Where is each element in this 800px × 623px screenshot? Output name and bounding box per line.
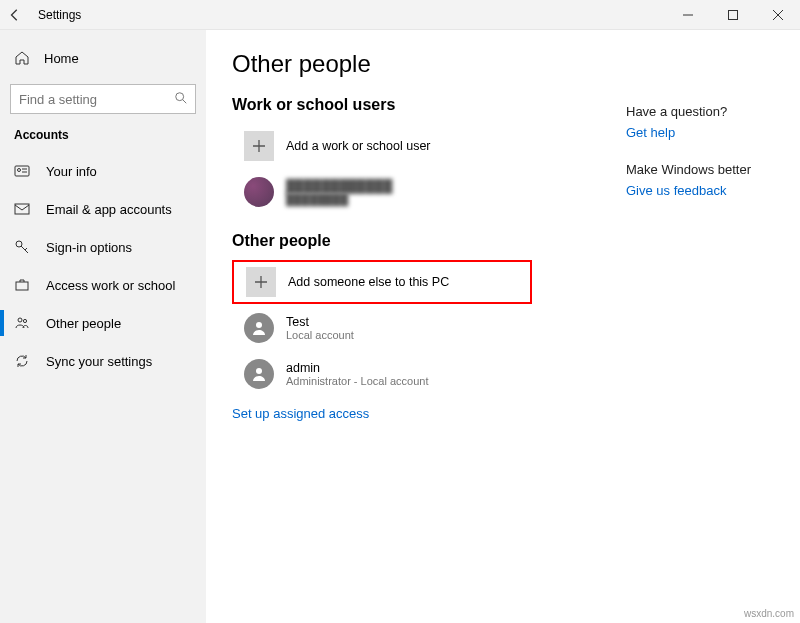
work-user-row-blurred[interactable]: ████████████ ████████: [232, 170, 532, 214]
user-sub: Local account: [286, 329, 354, 341]
sidebar-item-sync[interactable]: Sync your settings: [0, 342, 206, 380]
close-icon: [773, 10, 783, 20]
main-content: Other people Work or school users Add a …: [206, 30, 800, 623]
assigned-access-link[interactable]: Set up assigned access: [232, 406, 369, 421]
sidebar-item-other-people[interactable]: Other people: [0, 304, 206, 342]
minimize-icon: [683, 10, 693, 20]
add-work-label: Add a work or school user: [286, 139, 431, 153]
app-title: Settings: [38, 8, 81, 22]
maximize-button[interactable]: [710, 0, 755, 30]
plus-icon: [244, 131, 274, 161]
get-help-link[interactable]: Get help: [626, 125, 776, 140]
add-work-user-button[interactable]: Add a work or school user: [232, 124, 532, 168]
sidebar-item-label: Email & app accounts: [46, 202, 172, 217]
sidebar: Home Accounts Your info Email & app acco…: [0, 30, 206, 623]
minimize-button[interactable]: [665, 0, 710, 30]
right-column: Have a question? Get help Make Windows b…: [626, 104, 776, 220]
sidebar-item-label: Other people: [46, 316, 121, 331]
feedback-link[interactable]: Give us feedback: [626, 183, 776, 198]
titlebar: Settings: [0, 0, 800, 30]
briefcase-icon: [14, 277, 34, 293]
user-name: admin: [286, 361, 428, 375]
key-icon: [14, 239, 34, 255]
svg-point-7: [18, 318, 22, 322]
sidebar-item-label: Sign-in options: [46, 240, 132, 255]
user-name: Test: [286, 315, 354, 329]
page-title: Other people: [232, 50, 800, 78]
user-sub: Administrator - Local account: [286, 375, 428, 387]
maximize-icon: [728, 10, 738, 20]
svg-rect-6: [16, 282, 28, 290]
add-someone-button[interactable]: Add someone else to this PC: [232, 260, 532, 304]
person-icon: [251, 320, 267, 336]
svg-point-1: [176, 93, 184, 101]
people-icon: [14, 315, 34, 331]
user-sub: ████████: [286, 193, 392, 205]
avatar: [244, 313, 274, 343]
user-row[interactable]: Test Local account: [232, 306, 532, 350]
sidebar-item-work-school[interactable]: Access work or school: [0, 266, 206, 304]
mail-icon: [14, 201, 34, 217]
home-button[interactable]: Home: [0, 40, 206, 76]
home-icon: [14, 50, 34, 66]
sidebar-item-label: Access work or school: [46, 278, 175, 293]
close-button[interactable]: [755, 0, 800, 30]
sync-icon: [14, 353, 34, 369]
user-name: ████████████: [286, 179, 392, 193]
home-label: Home: [44, 51, 79, 66]
sidebar-item-label: Your info: [46, 164, 97, 179]
avatar: [244, 359, 274, 389]
svg-rect-4: [15, 204, 29, 214]
sidebar-item-your-info[interactable]: Your info: [0, 152, 206, 190]
arrow-left-icon: [8, 8, 22, 22]
watermark: wsxdn.com: [744, 608, 794, 619]
svg-point-9: [256, 322, 262, 328]
search-input[interactable]: [10, 84, 196, 114]
search-wrap: [10, 84, 196, 114]
add-someone-label: Add someone else to this PC: [288, 275, 449, 289]
svg-point-3: [18, 169, 21, 172]
svg-point-8: [23, 319, 26, 322]
person-icon: [251, 366, 267, 382]
section-other-title: Other people: [232, 232, 800, 250]
category-title: Accounts: [0, 128, 206, 142]
make-better-heading: Make Windows better: [626, 162, 776, 177]
have-question-heading: Have a question?: [626, 104, 776, 119]
sidebar-item-signin[interactable]: Sign-in options: [0, 228, 206, 266]
back-button[interactable]: [0, 0, 30, 30]
plus-icon: [246, 267, 276, 297]
search-icon: [174, 91, 188, 109]
svg-rect-0: [728, 10, 737, 19]
svg-rect-2: [15, 166, 29, 176]
sidebar-item-label: Sync your settings: [46, 354, 152, 369]
avatar: [244, 177, 274, 207]
sidebar-item-email[interactable]: Email & app accounts: [0, 190, 206, 228]
svg-point-10: [256, 368, 262, 374]
person-card-icon: [14, 163, 34, 179]
user-row[interactable]: admin Administrator - Local account: [232, 352, 532, 396]
